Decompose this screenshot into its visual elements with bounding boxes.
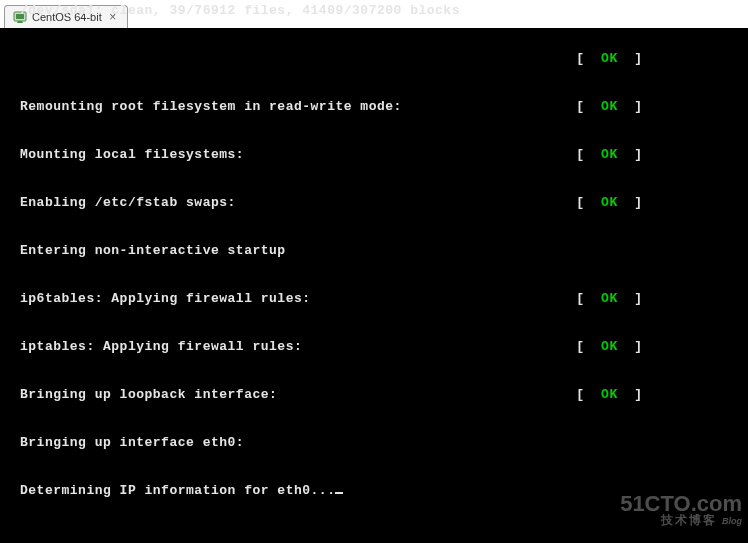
status-row: Enabling /etc/fstab swaps: [ OK ] <box>20 195 643 211</box>
boot-line: Bringing up interface eth0: <box>20 435 643 451</box>
boot-line: Entering non-interactive startup <box>20 243 643 259</box>
eth0-determining: Determining IP information for eth0... <box>20 483 335 498</box>
status-ok: [ OK ] <box>576 195 642 211</box>
status-ok: [ OK ] <box>576 339 642 355</box>
terminal: sd 2:0:0:0: [sda] Assuming drive cache: … <box>0 28 748 543</box>
status-ok: [ OK ] <box>576 51 642 67</box>
cursor <box>335 492 343 494</box>
status-row: Mounting local filesystems: [ OK ] <box>20 147 643 163</box>
status-row: Bringing up loopback interface: [ OK ] <box>20 387 643 403</box>
boot-line-cursor: Determining IP information for eth0... <box>20 483 643 499</box>
status-row: iptables: Applying firewall rules: [ OK … <box>20 339 643 355</box>
boot-line: /dev/sda1: clean, 39/76912 files, 41409/… <box>20 3 643 19</box>
boot-output: sd 2:0:0:0: [sda] Assuming drive cache: … <box>20 0 643 531</box>
status-ok: [ OK ] <box>576 387 642 403</box>
status-ok: [ OK ] <box>576 291 642 307</box>
status-row: Remounting root filesystem in read-write… <box>20 99 643 115</box>
status-ok: [ OK ] <box>576 147 642 163</box>
status-row: [ OK ] <box>20 51 643 67</box>
status-row: ip6tables: Applying firewall rules: [ OK… <box>20 291 643 307</box>
status-ok: [ OK ] <box>576 99 642 115</box>
